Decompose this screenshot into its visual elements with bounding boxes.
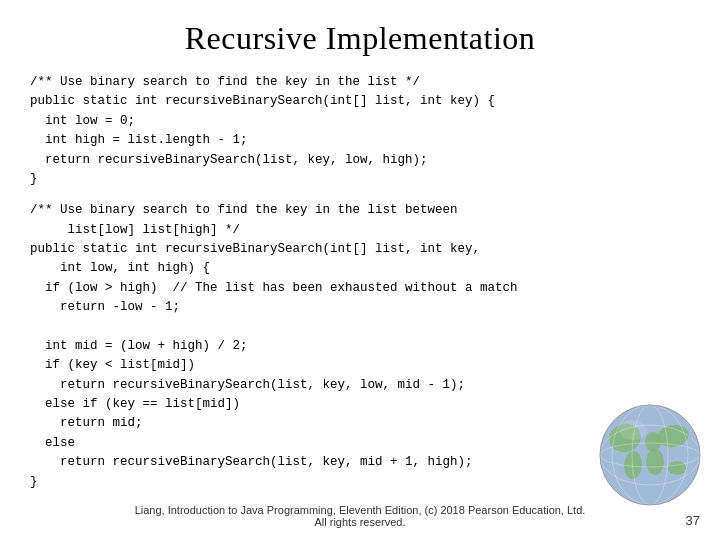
page-number: 37 — [686, 513, 700, 528]
footer-line1: Liang, Introduction to Java Programming,… — [135, 504, 586, 516]
code-section-2: /** Use binary search to find the key in… — [30, 201, 690, 492]
footer-line2: All rights reserved. — [314, 516, 405, 528]
footer-text: Liang, Introduction to Java Programming,… — [0, 504, 720, 528]
slide-title: Recursive Implementation — [30, 20, 690, 57]
slide: Recursive Implementation /** Use binary … — [0, 0, 720, 540]
code-section-1: /** Use binary search to find the key in… — [30, 73, 690, 189]
